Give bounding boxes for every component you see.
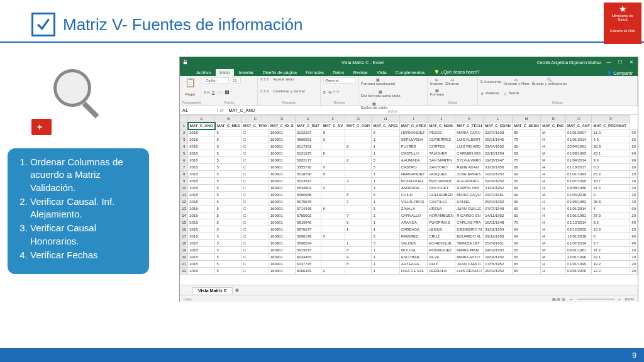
cell[interactable]: 2 — [345, 157, 372, 164]
cell[interactable]: ANDRADE — [399, 185, 427, 192]
cell[interactable]: 0.5 — [592, 164, 630, 171]
cell[interactable]: 65 — [512, 178, 540, 185]
cell[interactable]: 160901 — [269, 254, 295, 261]
cell[interactable]: 5 — [215, 164, 242, 171]
maximize-button[interactable]: ☐ — [616, 60, 624, 65]
cell[interactable] — [321, 240, 345, 247]
cell[interactable]: 5 — [215, 268, 242, 275]
cell[interactable]: RENE ADAN — [455, 164, 484, 171]
cell[interactable]: RODRIGUEZ — [428, 247, 455, 254]
cell[interactable]: 5 — [215, 199, 242, 206]
cell[interactable]: C — [242, 171, 269, 178]
cell[interactable]: MAT_C_ANO — [188, 123, 215, 129]
cell[interactable]: 99 — [630, 150, 638, 157]
cell[interactable]: 5876677 — [296, 226, 321, 233]
cell[interactable]: 65 — [512, 143, 540, 150]
cell[interactable]: RUIZ — [428, 261, 455, 268]
cell[interactable]: 63 — [512, 150, 540, 157]
cell[interactable]: EDUARDO AL — [455, 233, 484, 240]
cell[interactable]: 03/08/1980 — [566, 185, 592, 192]
cell[interactable]: 12.2 — [592, 268, 630, 275]
cell[interactable]: MAT_C_SEXO — [512, 123, 540, 129]
cell[interactable]: C — [242, 178, 269, 185]
cell[interactable]: 64 — [512, 233, 540, 240]
cell[interactable]: 01/01/2014 — [566, 136, 592, 143]
cell[interactable]: DANIEL — [455, 199, 484, 206]
cell[interactable]: 5 — [215, 261, 242, 268]
cell[interactable]: MAT_C_ANT — [566, 123, 592, 129]
cell[interactable]: CRUZ — [428, 233, 455, 240]
cell[interactable]: 160901 — [269, 185, 295, 192]
cell[interactable]: 5 — [372, 157, 399, 164]
cell[interactable]: 20 — [630, 143, 638, 150]
cell[interactable]: CASTILLO — [428, 199, 455, 206]
tell-me[interactable]: 💡 ¿Qué desea hacer? — [430, 69, 484, 76]
cell[interactable]: 5 — [215, 206, 242, 212]
cell[interactable]: RICARDO EN — [455, 212, 484, 219]
cell[interactable]: 64 — [512, 226, 540, 233]
cell[interactable]: 5 — [215, 247, 242, 254]
cell[interactable]: 1 — [372, 171, 399, 178]
ribbon-tab[interactable]: Complementos — [392, 69, 429, 76]
cell[interactable]: 160901 — [269, 268, 295, 275]
cell[interactable]: 01/10/2017 — [566, 164, 592, 171]
cell[interactable]: 1 — [372, 136, 399, 143]
cell[interactable]: PINOCHET — [428, 185, 455, 192]
cell[interactable]: 2018 — [188, 240, 215, 247]
cell[interactable]: 160901 — [269, 247, 295, 254]
cell[interactable]: 20 — [630, 185, 638, 192]
cell[interactable]: 5 — [372, 240, 399, 247]
cell[interactable] — [345, 206, 372, 212]
cell[interactable]: 89 — [512, 129, 540, 136]
cell[interactable]: 65 — [512, 268, 540, 275]
cell[interactable]: 99 — [630, 129, 638, 136]
close-button[interactable]: ✕ — [628, 60, 635, 65]
cell[interactable]: 99 — [630, 157, 638, 164]
cell[interactable]: 20 — [630, 212, 638, 219]
cell[interactable]: M — [541, 254, 566, 261]
cell[interactable]: H — [541, 206, 566, 212]
cell[interactable] — [321, 226, 345, 233]
cell[interactable]: 5 — [215, 212, 242, 219]
cell[interactable]: 5 — [372, 164, 399, 171]
cell[interactable]: ARANDA — [399, 219, 427, 226]
cell[interactable]: 01/01/2007 — [566, 129, 592, 136]
cell[interactable]: 5523547 — [296, 178, 321, 185]
cell[interactable] — [321, 219, 345, 226]
cell[interactable]: MAT_C_FECH — [455, 123, 484, 129]
cell[interactable]: 01/01/1999 — [566, 261, 592, 268]
cell[interactable] — [321, 192, 345, 199]
ribbon-tab[interactable]: Insertar — [235, 69, 258, 76]
cell[interactable]: 01/04/2018 — [566, 192, 592, 199]
cell[interactable]: H — [541, 219, 566, 226]
cell[interactable]: 160901 — [269, 150, 295, 157]
cell[interactable]: K — [321, 206, 345, 212]
cell[interactable]: VASQUEZ — [428, 171, 455, 178]
cell[interactable]: M — [541, 240, 566, 247]
cell[interactable]: 11.3 — [592, 129, 630, 136]
cell[interactable]: MARIA CARO — [455, 129, 484, 136]
cell[interactable]: LUIS ALBERT — [455, 136, 484, 143]
cell[interactable]: 1 — [372, 261, 399, 268]
cell[interactable]: C — [242, 219, 269, 226]
cell[interactable]: C — [242, 226, 269, 233]
cell[interactable] — [321, 212, 345, 219]
cell[interactable]: C — [242, 254, 269, 261]
cell[interactable]: CASTILLO — [399, 150, 427, 157]
cell[interactable]: 5117261 — [296, 143, 321, 150]
cell[interactable] — [321, 143, 345, 150]
cell[interactable]: C — [242, 247, 269, 254]
cell[interactable]: GOLDENBER — [428, 192, 455, 199]
cell[interactable]: 1 — [372, 212, 399, 219]
ribbon-tab[interactable]: Datos — [329, 69, 348, 76]
cell[interactable]: 8 — [321, 171, 345, 178]
fx-icon[interactable]: fx — [218, 108, 226, 112]
cell[interactable]: MAT_C_PREYMAT_ — [592, 123, 630, 129]
cell[interactable]: 20 — [630, 171, 638, 178]
cell[interactable]: 0 — [321, 185, 345, 192]
cell[interactable]: 5355726 — [296, 164, 321, 171]
cell[interactable]: 1 — [372, 268, 399, 275]
cell[interactable]: C — [242, 136, 269, 143]
cell[interactable]: 02/06/1952 — [484, 178, 513, 185]
cell[interactable]: 5915075 — [296, 247, 321, 254]
